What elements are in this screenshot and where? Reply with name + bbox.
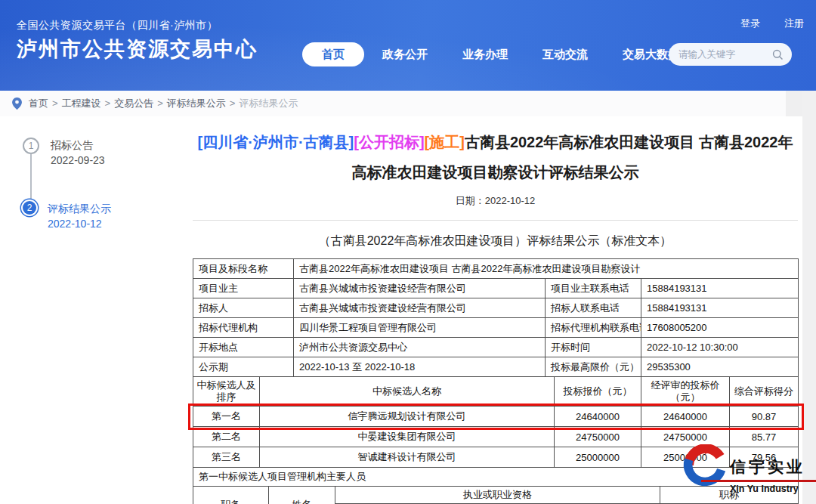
nav-home[interactable]: 首页 [302, 42, 364, 66]
timeline-step-result[interactable]: 2 评标结果公示 2022-10-12 [23, 201, 111, 231]
breadcrumb-item-current: 评标结果公示 [239, 97, 305, 110]
platform-name: 全国公共资源交易平台（四川省·泸州市） [17, 19, 218, 32]
cell-label: 开标时间 [546, 338, 641, 357]
nav-interaction[interactable]: 互动交流 [542, 42, 588, 66]
step-2-circle: 2 [23, 201, 36, 215]
search-icon[interactable] [772, 49, 784, 60]
cell-value: 泸州市公共资源交易中心 [294, 338, 546, 357]
cell-label: 公示期 [193, 357, 294, 377]
step-1-label: 招标公告 [51, 138, 105, 153]
watermark-cn-text: 信宇实业 [730, 456, 816, 478]
watermark-en-text: Xin Yu Industry [730, 484, 816, 494]
breadcrumb-item-engineering[interactable]: 工程建设 [62, 97, 115, 110]
header-person-name: 姓名 [269, 487, 335, 504]
candidates-header-row: 中标候选人及排序 中标候选人名称 投标报价（元） 经评审的投标价（元） 综合评标… [193, 377, 799, 407]
cell-company: 中晏建设集团有限公司 [260, 427, 555, 447]
breadcrumb-item-home[interactable]: 首页 [29, 97, 62, 110]
cell-value: 17608005200 [641, 318, 799, 338]
cell-value: 古蔺县兴城城市投资建设经营有限公司 [294, 298, 546, 318]
step-1-date: 2022-09-23 [51, 153, 105, 168]
nav-gov-disclosure[interactable]: 政务公开 [382, 42, 428, 66]
breadcrumb-item-notices[interactable]: 交易公告 [114, 97, 167, 110]
cell-label: 投标最高限价（元） [546, 357, 641, 377]
search-input[interactable] [677, 48, 772, 60]
location-pin-icon [12, 97, 22, 110]
cell-label: 项目及标段名称 [193, 259, 294, 279]
cell-company: 信宇腾远规划设计有限公司 [260, 407, 555, 427]
info-table: 项目及标段名称 古蔺县2022年高标准农田建设项目 古蔺县2022年高标准农田建… [193, 258, 799, 377]
cell-value: 2022-10-12 10:30:00 [641, 338, 799, 357]
nav-business[interactable]: 业务办理 [462, 42, 508, 66]
scrollbar[interactable] [802, 91, 816, 504]
cell-rank: 第一名 [193, 407, 260, 427]
page-title: [四川省·泸州市·古蔺县][公开招标][施工]古蔺县2022年高标准农田建设项目… [193, 127, 798, 187]
site-title: 泸州市公共资源交易中心 [17, 36, 258, 63]
cell-evaluated: 24640000 [641, 407, 730, 427]
cell-label: 开标地点 [193, 338, 294, 357]
title-method-tag: [公开招标] [354, 134, 424, 150]
cell-label: 招标人 [193, 298, 294, 318]
logo-emblem-icon [681, 444, 728, 497]
title-region-tag: [四川省·泸州市·古蔺县] [198, 134, 354, 150]
header-bid: 投标报价（元） [555, 377, 641, 407]
cell-score: 90.87 [730, 407, 799, 427]
breadcrumb: 首页 工程建设 交易公告 评标结果公示 评标结果公示 [0, 91, 786, 116]
header-rank: 中标候选人及排序 [193, 377, 260, 407]
cell-label: 招标人联系电话 [546, 298, 641, 318]
table-row: 项目业主 古蔺县兴城城市投资建设经营有限公司 项目业主联系电话 15884193… [193, 279, 799, 298]
cell-rank: 第三名 [193, 447, 260, 468]
table-row: 项目及标段名称 古蔺县2022年高标准农田建设项目 古蔺县2022年高标准农田建… [193, 259, 799, 279]
timeline: 1 招标公告 2022-09-23 2 评标结果公示 2022-10-12 [23, 138, 181, 236]
step-2-label: 评标结果公示 [48, 201, 111, 216]
table-row: 公示期 2022-10-13 至 2022-10-18 投标最高限价（元） 29… [193, 357, 799, 377]
login-link[interactable]: 登录 [740, 17, 760, 30]
table-caption: （古蔺县2022年高标准农田建设项目）评标结果公示（标准文本） [193, 233, 798, 249]
cell-rank: 第二名 [193, 427, 260, 447]
table-row: 开标地点 泸州市公共资源交易中心 开标时间 2022-10-12 10:30:0… [193, 338, 799, 357]
cell-bid: 24750000 [555, 427, 641, 447]
cell-value: 15884193131 [641, 279, 799, 298]
search-box[interactable] [669, 43, 792, 66]
header-position: 职务 [193, 487, 269, 504]
date-line: 日期：2022-10-12 [193, 194, 798, 221]
cell-label: 招标代理机构 [193, 318, 294, 338]
cell-value: 2022-10-13 至 2022-10-18 [294, 357, 546, 377]
main-nav: 首页 政务公开 业务办理 互动交流 交易大数据 [302, 42, 714, 66]
header-name: 中标候选人名称 [260, 377, 555, 407]
cell-bid: 25000000 [555, 447, 641, 468]
breadcrumb-item-results[interactable]: 评标结果公示 [167, 97, 240, 110]
title-type-tag: [施工] [425, 134, 465, 150]
table-row: 招标人 古蔺县兴城城市投资建设经营有限公司 招标人联系电话 1588419313… [193, 298, 799, 318]
cell-label: 招标代理机构联系电话 [546, 318, 641, 338]
header-score: 综合评标得分 [730, 377, 799, 407]
timeline-step-announcement[interactable]: 1 招标公告 2022-09-23 [23, 138, 105, 168]
header-qualification-group: 执业或职业资格 [335, 487, 660, 504]
watermark-logo: 信宇实业 Xin Yu Industry [681, 444, 816, 497]
watermark-red-line [701, 480, 816, 482]
winner-row: 第一名 信宇腾远规划设计有限公司 24640000 24640000 90.87 [193, 407, 799, 427]
cell-value: 29535300 [641, 357, 799, 377]
cell-label: 项目业主联系电话 [546, 279, 641, 298]
table-row: 招标代理机构 四川华景工程项目管理有限公司 招标代理机构联系电话 1760800… [193, 318, 799, 338]
cell-value: 古蔺县兴城城市投资建设经营有限公司 [294, 279, 546, 298]
cell-company: 智诚建科设计有限公司 [260, 447, 555, 468]
cell-bid: 24640000 [555, 407, 641, 427]
cell-value: 古蔺县2022年高标准农田建设项目 古蔺县2022年高标准农田建设项目勘察设计 [294, 259, 799, 279]
header-evaluated: 经评审的投标价（元） [641, 377, 730, 407]
step-2-date: 2022-10-12 [48, 216, 111, 231]
cell-value: 15884193131 [641, 298, 799, 318]
cell-label: 项目业主 [193, 279, 294, 298]
auth-links: 登录 注册 [740, 17, 804, 30]
site-header: 全国公共资源交易平台（四川省·泸州市） 泸州市公共资源交易中心 登录 注册 首页… [0, 0, 816, 91]
step-1-circle: 1 [23, 138, 39, 154]
cell-value: 四川华景工程项目管理有限公司 [294, 318, 546, 338]
register-link[interactable]: 注册 [784, 17, 804, 30]
